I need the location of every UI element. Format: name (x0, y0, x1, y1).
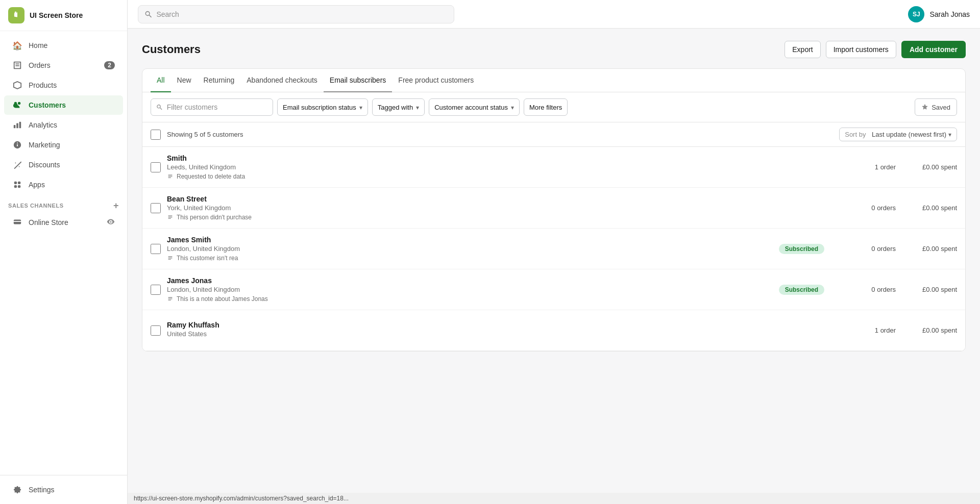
customer-info: James Jonas London, United Kingdom This … (167, 276, 779, 303)
table-row[interactable]: James Jonas London, United Kingdom This … (142, 269, 965, 310)
import-customers-button[interactable]: Import customers (826, 41, 896, 58)
customer-info: Bean Street York, United Kingdom This pe… (167, 195, 763, 221)
more-filters-button[interactable]: More filters (524, 98, 568, 116)
status-badge: Subscribed (779, 285, 824, 295)
add-sales-channel-button[interactable]: + (113, 201, 119, 210)
sidebar-item-products[interactable]: Products (4, 75, 123, 95)
customer-list: Smith Leeds, United Kingdom Requested to… (142, 147, 965, 351)
customers-icon (12, 100, 22, 110)
sort-control[interactable]: Sort by Last update (newest first) (839, 128, 957, 141)
tab-returning[interactable]: Returning (198, 69, 241, 92)
filter-search[interactable] (151, 98, 273, 116)
sidebar-item-orders[interactable]: Orders 2 (4, 56, 123, 75)
export-button[interactable]: Export (785, 41, 820, 58)
tab-email-subscribers[interactable]: Email subscribers (324, 69, 392, 92)
search-input[interactable] (156, 10, 448, 18)
note-icon (167, 214, 174, 221)
sidebar-item-home[interactable]: 🏠 Home (4, 36, 123, 55)
customer-name: Bean Street (167, 195, 763, 203)
showing-text: Showing 5 of 5 customers (167, 131, 243, 138)
sidebar-item-label: Apps (29, 181, 45, 189)
tab-abandoned[interactable]: Abandoned checkouts (240, 69, 324, 92)
customer-location: London, United Kingdom (167, 286, 779, 293)
sidebar-header: UI Screen Store (0, 0, 127, 31)
main-area: SJ Sarah Jonas Customers Export Import c… (128, 0, 980, 504)
sidebar-nav: 🏠 Home Orders 2 Products Customers (0, 31, 127, 475)
page-title: Customers (142, 43, 201, 56)
row-checkbox[interactable] (151, 244, 161, 254)
analytics-icon (12, 120, 22, 130)
customers-card: All New Returning Abandoned checkouts Em… (142, 68, 966, 351)
filter-search-icon (156, 104, 163, 111)
customer-info: James Smith London, United Kingdom This … (167, 236, 779, 262)
sidebar-item-label: Products (29, 81, 57, 89)
table-row[interactable]: Ramy Khuffash United States 1 order £0.0… (142, 310, 965, 351)
search-icon (144, 10, 152, 18)
table-header: Showing 5 of 5 customers Sort by Last up… (142, 122, 965, 147)
row-checkbox[interactable] (151, 162, 161, 172)
filter-customers-input[interactable] (167, 103, 267, 111)
customer-info: Ramy Khuffash United States (167, 321, 763, 340)
select-all-checkbox[interactable] (151, 130, 161, 140)
sort-value: Last update (newest first) (872, 131, 946, 138)
sidebar-item-analytics[interactable]: Analytics (4, 115, 123, 135)
sidebar-item-discounts[interactable]: Discounts (4, 155, 123, 174)
note-icon (167, 296, 174, 303)
topbar-right: SJ Sarah Jonas (908, 6, 970, 22)
sidebar-item-settings[interactable]: Settings (4, 480, 123, 499)
tab-all[interactable]: All (151, 69, 171, 92)
search-bar[interactable] (138, 5, 454, 23)
amount-spent: £0.00 spent (896, 286, 957, 293)
orders-count: 0 orders (845, 245, 896, 253)
shopify-logo (8, 7, 24, 23)
products-icon (12, 80, 22, 90)
account-status-filter[interactable]: Customer account status (429, 98, 520, 116)
page-content: Customers Export Import customers Add cu… (128, 29, 980, 493)
chevron-down-icon (359, 104, 362, 111)
amount-spent: £0.00 spent (896, 245, 957, 253)
tabs-row: All New Returning Abandoned checkouts Em… (142, 69, 965, 92)
sidebar-item-online-store[interactable]: Online Store (4, 213, 123, 232)
marketing-icon (12, 140, 22, 150)
tagged-with-filter[interactable]: Tagged with (372, 98, 425, 116)
sort-label: Sort by (845, 131, 866, 138)
row-checkbox[interactable] (151, 203, 161, 213)
sidebar-item-label: Online Store (29, 218, 68, 226)
settings-icon (12, 485, 22, 495)
orders-icon (12, 60, 22, 70)
page-actions: Export Import customers Add customer (785, 41, 966, 58)
table-row[interactable]: Smith Leeds, United Kingdom Requested to… (142, 147, 965, 188)
orders-count: 0 orders (845, 204, 896, 212)
email-subscription-filter[interactable]: Email subscription status (277, 98, 368, 116)
amount-spent: £0.00 spent (896, 163, 957, 171)
table-row[interactable]: Bean Street York, United Kingdom This pe… (142, 188, 965, 229)
sidebar-item-customers[interactable]: Customers (4, 95, 123, 115)
customer-name: Smith (167, 154, 763, 162)
amount-spent: £0.00 spent (896, 204, 957, 212)
saved-button[interactable]: Saved (915, 98, 957, 116)
apps-icon (12, 180, 22, 190)
sidebar: UI Screen Store 🏠 Home Orders 2 Products… (0, 0, 128, 504)
sidebar-item-label: Orders (29, 61, 51, 69)
customer-name: James Smith (167, 236, 779, 244)
sidebar-item-marketing[interactable]: Marketing (4, 135, 123, 155)
customer-location: Leeds, United Kingdom (167, 163, 763, 171)
add-customer-button[interactable]: Add customer (901, 41, 966, 58)
customer-location: United States (167, 330, 763, 338)
sidebar-footer: Settings (0, 475, 127, 504)
page-header: Customers Export Import customers Add cu… (142, 41, 966, 58)
tab-free-product[interactable]: Free product customers (392, 69, 480, 92)
topbar: SJ Sarah Jonas (128, 0, 980, 29)
user-avatar: SJ (908, 6, 924, 22)
visibility-icon (107, 218, 115, 228)
note-icon (167, 173, 174, 180)
row-checkbox[interactable] (151, 285, 161, 295)
table-row[interactable]: James Smith London, United Kingdom This … (142, 229, 965, 269)
orders-count: 1 order (845, 326, 896, 334)
tab-new[interactable]: New (171, 69, 198, 92)
sidebar-item-apps[interactable]: Apps (4, 175, 123, 194)
row-checkbox[interactable] (151, 325, 161, 336)
user-name: Sarah Jonas (929, 10, 970, 18)
orders-badge: 2 (104, 61, 115, 69)
home-icon: 🏠 (12, 40, 22, 51)
